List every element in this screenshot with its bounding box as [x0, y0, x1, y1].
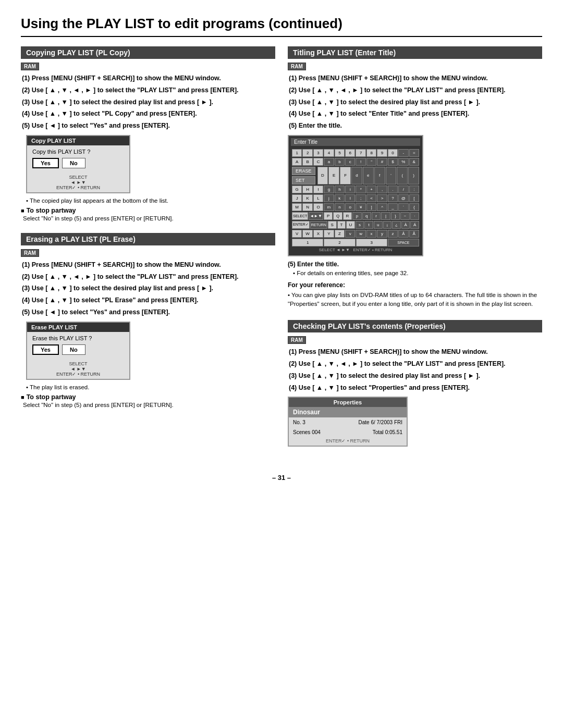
- erase-key-btn[interactable]: ERASE: [292, 167, 315, 175]
- key-b[interactable]: b: [335, 158, 345, 166]
- key-sym10[interactable]: (: [397, 167, 408, 184]
- key-7[interactable]: 7: [356, 149, 365, 157]
- key-sym31[interactable]: }: [391, 212, 400, 220]
- key-p[interactable]: p: [352, 212, 361, 220]
- key-sym29[interactable]: {: [409, 203, 419, 211]
- key-T[interactable]: T: [337, 221, 346, 229]
- key-sym11[interactable]: ): [408, 167, 419, 184]
- key-4[interactable]: 4: [324, 149, 334, 157]
- key-r[interactable]: r: [372, 212, 381, 220]
- key-X[interactable]: X: [313, 230, 323, 238]
- key-e[interactable]: e: [363, 167, 374, 184]
- key-sym16[interactable]: /: [398, 186, 408, 193]
- key-N[interactable]: N: [302, 203, 312, 211]
- key-sym32[interactable]: ~: [400, 212, 409, 220]
- key-g[interactable]: g: [324, 186, 334, 193]
- key-sym34[interactable]: ¡: [383, 221, 392, 229]
- key-sym30[interactable]: |: [381, 212, 390, 220]
- key-F[interactable]: F: [340, 167, 351, 184]
- key-sym20[interactable]: >: [377, 194, 387, 202]
- key-i[interactable]: i: [345, 186, 355, 193]
- key-q[interactable]: q: [362, 212, 371, 220]
- key-s[interactable]: s: [356, 221, 364, 229]
- key-y[interactable]: y: [377, 230, 387, 238]
- key-G[interactable]: G: [292, 186, 302, 193]
- key-V[interactable]: V: [292, 230, 302, 238]
- key-E[interactable]: E: [328, 167, 339, 184]
- key-sym6[interactable]: $: [388, 158, 398, 166]
- key-sym36[interactable]: À: [401, 221, 410, 229]
- key-sym21[interactable]: ?: [388, 194, 398, 202]
- key-sym4[interactable]: ": [366, 158, 376, 166]
- key-5[interactable]: 5: [335, 149, 345, 157]
- key-sym33[interactable]: ·: [410, 212, 419, 220]
- copy-no-button[interactable]: No: [62, 158, 85, 168]
- key-x[interactable]: x: [366, 230, 376, 238]
- key-C[interactable]: C: [313, 158, 323, 166]
- key-sym5[interactable]: #: [377, 158, 387, 166]
- key-sym27[interactable]: _: [388, 203, 398, 211]
- key-sym9[interactable]: ': [386, 167, 397, 184]
- key-sym8[interactable]: &: [409, 158, 419, 166]
- key-a[interactable]: a: [324, 158, 334, 166]
- key-l[interactable]: l: [345, 194, 355, 202]
- key-J[interactable]: J: [292, 194, 302, 202]
- key-sym35[interactable]: ¿: [392, 221, 401, 229]
- key-2[interactable]: 2: [302, 149, 312, 157]
- key-sym25[interactable]: ]: [366, 203, 376, 211]
- key-sym22[interactable]: @: [398, 194, 408, 202]
- key-3[interactable]: 3: [313, 149, 323, 157]
- erase-yes-button[interactable]: Yes: [32, 344, 59, 355]
- key-k[interactable]: k: [335, 194, 345, 202]
- key-2b[interactable]: 2: [324, 239, 355, 246]
- key-sym1[interactable]: -: [398, 149, 408, 157]
- key-L[interactable]: L: [313, 194, 323, 202]
- key-return[interactable]: RETURN: [310, 221, 327, 229]
- key-A[interactable]: A: [292, 158, 302, 166]
- key-1b[interactable]: 1: [292, 239, 323, 246]
- key-sym24[interactable]: ¥: [356, 203, 365, 211]
- key-w[interactable]: w: [356, 230, 365, 238]
- key-sym14[interactable]: ,: [377, 186, 387, 193]
- key-6[interactable]: 6: [345, 149, 355, 157]
- key-z[interactable]: z: [388, 230, 398, 238]
- key-H[interactable]: H: [302, 186, 312, 193]
- key-sym12[interactable]: *: [356, 186, 365, 193]
- key-D[interactable]: D: [317, 167, 328, 184]
- key-c[interactable]: c: [345, 158, 355, 166]
- set-key-btn[interactable]: SET: [292, 176, 315, 184]
- key-h[interactable]: h: [335, 186, 345, 193]
- key-S[interactable]: S: [328, 221, 337, 229]
- key-8[interactable]: 8: [366, 149, 376, 157]
- key-v[interactable]: v: [345, 230, 355, 238]
- key-sym2[interactable]: =: [409, 149, 419, 157]
- key-Q[interactable]: Q: [333, 212, 342, 220]
- key-n[interactable]: n: [335, 203, 345, 211]
- key-nav[interactable]: ◄►▼: [309, 212, 323, 220]
- key-f[interactable]: f: [374, 167, 385, 184]
- key-sym28[interactable]: `: [398, 203, 408, 211]
- key-P[interactable]: P: [324, 212, 333, 220]
- key-sym13[interactable]: +: [366, 186, 376, 193]
- key-9[interactable]: 9: [377, 149, 387, 157]
- key-B[interactable]: B: [302, 158, 312, 166]
- key-m[interactable]: m: [324, 203, 334, 211]
- key-sym23[interactable]: [: [409, 194, 419, 202]
- key-d[interactable]: d: [351, 167, 362, 184]
- key-sym37[interactable]: Á: [410, 221, 419, 229]
- key-t[interactable]: t: [364, 221, 373, 229]
- key-3b[interactable]: 3: [356, 239, 387, 246]
- copy-yes-button[interactable]: Yes: [32, 158, 59, 168]
- key-Z[interactable]: Z: [335, 230, 345, 238]
- key-o[interactable]: o: [345, 203, 355, 211]
- key-sym7[interactable]: %: [398, 158, 408, 166]
- key-W[interactable]: W: [302, 230, 312, 238]
- key-Y[interactable]: Y: [324, 230, 334, 238]
- key-sym26[interactable]: ^: [377, 203, 387, 211]
- key-0[interactable]: 0: [388, 149, 398, 157]
- key-u[interactable]: u: [374, 221, 383, 229]
- key-space[interactable]: SPACE: [388, 239, 419, 246]
- key-M[interactable]: M: [292, 203, 302, 211]
- key-sym15[interactable]: .: [388, 186, 398, 193]
- key-sym19[interactable]: <: [366, 194, 376, 202]
